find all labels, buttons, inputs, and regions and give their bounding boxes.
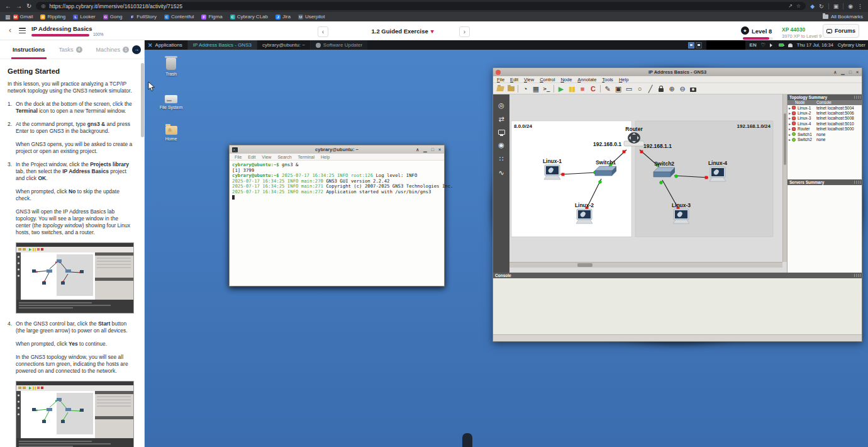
topology-node-row[interactable]: ▸Linux-4telnet localhost:5010 [787,121,862,126]
projects-library-icon[interactable] [507,85,515,93]
taskbar-user[interactable]: Cybrary User [838,42,865,48]
canvas-hscrollbar[interactable] [509,262,782,268]
console-output[interactable] [493,278,862,334]
draw-line-icon[interactable]: ╱ [647,85,654,93]
topology-node-row[interactable]: ▸Linux-2telnet localhost:5006 [787,110,862,115]
update-icon[interactable]: ↻ [819,3,824,9]
gns3-titlebar[interactable]: IP Address Basics - GNS3 ∧ ▁ □ × [493,68,862,76]
bookmark-item[interactable]: CCybrary CLab [230,14,268,20]
topology-summary-header[interactable]: Topology Summary [787,94,862,100]
topology-node-row[interactable]: ▸Linux-1telnet localhost:5004 [787,105,862,110]
bookmark-item[interactable]: UUserpilot [298,14,325,20]
gns3-topology-canvas[interactable]: 8.0.0/24192.168.1.0/24 Router Switch1 Sw… [509,94,782,262]
terminal-menu-view[interactable]: View [262,155,271,159]
gns3-menu-control[interactable]: Control [540,77,555,82]
workspace-pager[interactable] [688,42,702,48]
extension-icon[interactable]: ◆ [810,3,815,9]
bookmark-item[interactable]: FFullStory [130,14,157,20]
gns3-window[interactable]: IP Address Basics - GNS3 ∧ ▁ □ × FileEdi… [492,67,862,342]
zoom-out-icon[interactable]: ⊖ [679,85,686,93]
console-icon[interactable]: >_ [543,84,550,93]
browse-switches-icon[interactable]: ⇄ [498,116,504,123]
zoom-in-icon[interactable]: ⊕ [668,85,676,93]
terminal-window[interactable]: >_ cybrary@ubuntu: ~ ∧ ▁ □ × FileEditVie… [229,145,445,286]
gns3-menu-view[interactable]: View [524,77,534,82]
taskbar-window-button[interactable]: IP Address Basics - GNS3 [187,40,257,50]
bookmark-item[interactable]: FFigma [201,14,222,20]
battery-icon[interactable] [779,43,784,47]
instructions-content[interactable]: Getting Started In this lesson, you will… [0,59,141,447]
apps-grid-icon[interactable]: ▦ [5,14,11,20]
screenshot-icon[interactable] [689,85,697,93]
expand-arrow-icon[interactable]: ▸ [787,127,792,131]
gns3-menu-file[interactable]: File [497,77,504,82]
expand-arrow-icon[interactable]: ▸ [787,106,792,110]
insert-image-icon[interactable]: ▣ [615,85,622,93]
terminal-menu-help[interactable]: Help [321,155,330,159]
expand-arrow-icon[interactable]: ▸ [787,116,792,120]
bookmark-item[interactable]: CContentful [164,14,194,20]
desktop-icon-home[interactable]: Home [157,123,185,141]
sidebar-scrollbar[interactable] [141,63,144,137]
stop-icon[interactable]: ■ [579,85,586,93]
menu-icon[interactable] [19,28,26,33]
tab-instructions[interactable]: Instructions [13,40,45,59]
header-back-icon[interactable]: ‹ [9,26,11,35]
volume-icon[interactable] [770,43,774,47]
desktop-icon-trash[interactable]: Trash [157,58,185,76]
lock-icon[interactable] [657,85,665,93]
share-icon[interactable]: ↗ [788,3,793,9]
terminal-menu-file[interactable]: File [235,155,242,159]
site-info-icon[interactable]: ◎ [41,3,45,9]
topology-node-row[interactable]: ▸Routertelnet localhost:5000 [787,127,862,132]
manage-snapshots-icon[interactable]: ▦ [532,85,540,93]
terminal-titlebar[interactable]: >_ cybrary@ubuntu: ~ ∧ ▁ □ × [230,145,444,154]
tab-tasks[interactable]: Tasks4 [59,40,82,59]
annotate-icon[interactable]: ✎ [604,85,611,93]
all-bookmarks[interactable]: All Bookmarks [823,14,863,20]
bookmark-item[interactable]: MGmail [13,14,33,20]
open-project-icon[interactable] [496,85,504,93]
taskbar-window-button[interactable]: Software Updater [310,40,367,50]
taskbar-window-button[interactable]: cybrary@ubuntu: ~ [257,40,310,50]
terminal-menu-terminal[interactable]: Terminal [298,155,314,159]
bookmark-item[interactable]: RRippling [40,14,65,20]
gns3-menu-node[interactable]: Node [560,77,572,82]
gns3-menu-edit[interactable]: Edit [510,77,518,82]
pause-icon[interactable]: ▮▮ [568,85,576,93]
collapse-sidebar-button[interactable]: → [132,45,141,54]
bookmark-item[interactable]: JJira [275,14,291,20]
tab-machines[interactable]: Machines1 [96,40,130,59]
side-panel-icon[interactable]: ▣ [833,3,839,9]
next-activity-button[interactable]: › [459,26,470,37]
start-icon[interactable]: ▶ [557,85,565,93]
gns3-canvas-area[interactable]: 8.0.0/24192.168.1.0/24 Router Switch1 Sw… [509,94,787,273]
add-link-icon[interactable]: ∿ [498,169,504,176]
canvas-vscrollbar[interactable] [782,94,787,262]
taskbar-clock[interactable]: Thu 17 Jul, 16:34 [797,42,833,48]
servers-summary-header[interactable]: Servers Summary [787,179,862,185]
topology-node-row[interactable]: ▸Linux-3telnet localhost:5008 [787,116,862,121]
console-header[interactable]: Console [493,273,862,278]
bookmark-star-icon[interactable]: ☆ [796,3,801,9]
gns3-menu-tools[interactable]: Tools [602,77,613,82]
notifications-bell-icon[interactable] [788,43,793,47]
browser-menu-icon[interactable]: ⋮ [857,3,863,9]
terminal-menu-search[interactable]: Search [277,155,291,159]
profile-icon[interactable]: ◉ [848,3,853,9]
browse-end-devices-icon[interactable] [498,130,505,135]
expand-arrow-icon[interactable]: ▸ [787,122,792,126]
browse-security-devices-icon[interactable]: ◉ [498,142,504,149]
draw-rectangle-icon[interactable]: ▭ [625,85,633,93]
expand-arrow-icon[interactable]: ▸ [787,132,792,137]
topology-node-row[interactable]: ▸Switch2none [787,137,862,142]
forums-button[interactable]: Forums [823,24,859,38]
back-icon[interactable]: ← [5,3,11,9]
snapshot-icon[interactable]: ◔ [521,85,529,93]
language-indicator[interactable]: EN [750,42,757,48]
draw-ellipse-icon[interactable]: ○ [636,85,643,93]
terminal-output[interactable]: cybrary@ubuntu:~$ gns3 &[1] 3799cybrary@… [230,161,444,286]
forward-icon[interactable]: → [16,3,22,9]
applications-menu[interactable]: ✕ Applications [145,40,187,50]
url-bar[interactable]: ◎ https://app.cybrary.it/immersive/16103… [36,2,806,10]
